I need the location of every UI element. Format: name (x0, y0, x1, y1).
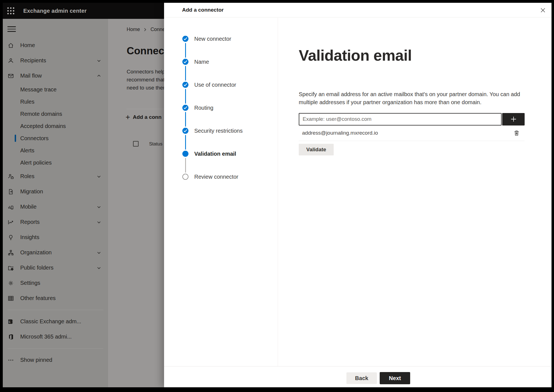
sidebar-item-alert-policies[interactable]: Alert policies (3, 157, 108, 169)
sidebar-item-label: Home (20, 42, 35, 48)
page-title: Connect (127, 45, 168, 57)
sidebar-item-classic-exchange-adm[interactable]: EClassic Exchange adm... (3, 314, 108, 329)
chevron-down-icon (96, 58, 101, 63)
step-connector-line (185, 89, 186, 104)
sidebar-item-remote-domains[interactable]: Remote domains (3, 108, 108, 120)
sidebar-item-connectors[interactable]: Connectors (3, 132, 108, 144)
sidebar-item-recipients[interactable]: Recipients (3, 53, 108, 68)
hamburger-menu-icon[interactable] (7, 25, 19, 33)
mail-icon (7, 73, 14, 79)
sidebar-item-label: Microsoft 365 admi... (20, 334, 72, 340)
page-description-line: need to use ther (127, 84, 165, 92)
wizard-step-use-of-connector[interactable]: Use of connector (182, 82, 278, 105)
step-label: New connector (194, 36, 231, 42)
step-label: Review connector (194, 174, 238, 180)
step-connector-line (185, 135, 186, 150)
wizard-step-validation-email[interactable]: Validation email (182, 151, 278, 174)
add-connector-button[interactable]: + Add a conn (126, 113, 162, 121)
sidebar-item-organization[interactable]: Organization (3, 245, 108, 260)
step-heading: Validation email (299, 48, 552, 64)
step-check-icon (182, 128, 188, 134)
select-all-checkbox[interactable] (133, 141, 139, 147)
close-icon[interactable] (538, 5, 548, 16)
flyout-title: Add a connector (182, 7, 224, 13)
step-check-icon (182, 105, 188, 111)
sidebar-item-label: Organization (20, 249, 52, 256)
mobile-icon (7, 204, 14, 210)
org-tree-icon (7, 249, 14, 256)
sidebar-item-label: Public folders (20, 265, 53, 271)
sidebar-item-label: Migration (20, 188, 43, 195)
wizard-step-content: Validation email Specify an email addres… (278, 18, 552, 366)
add-connector-label: Add a conn (133, 114, 161, 120)
app-launcher-waffle-icon[interactable] (3, 3, 19, 19)
step-label: Routing (194, 105, 213, 111)
sidebar-item-public-folders[interactable]: Public folders (3, 260, 108, 275)
migration-icon (7, 188, 14, 195)
address-list: address@journaling.mxrecord.io (299, 125, 552, 141)
flyout-header: Add a connector (164, 3, 552, 17)
sidebar-item-mail-flow[interactable]: Mail flow (3, 68, 108, 83)
app-title: Exchange admin center (23, 8, 87, 14)
status-column-header[interactable]: Status (149, 141, 162, 147)
sidebar-item-reports[interactable]: Reports (3, 214, 108, 230)
grid-table-icon (7, 295, 14, 302)
sidebar-item-label: Connectors (20, 135, 48, 142)
sidebar-item-home[interactable]: Home (3, 38, 108, 53)
chevron-down-icon (96, 174, 101, 179)
add-connector-flyout: Add a connector New connectorNameUse of … (164, 3, 552, 387)
sidebar-item-message-trace[interactable]: Message trace (3, 83, 108, 96)
sidebar-item-mobile[interactable]: Mobile (3, 199, 108, 214)
step-circle-icon (182, 174, 188, 180)
sidebar-item-accepted-domains[interactable]: Accepted domains (3, 120, 108, 132)
step-label: Security restrictions (194, 128, 243, 134)
step-check-icon (182, 82, 188, 88)
validation-email-input[interactable] (299, 113, 502, 125)
wizard-step-new-connector[interactable]: New connector (182, 36, 278, 59)
sidebar-item-label: Rules (20, 99, 34, 105)
wizard-step-review-connector[interactable]: Review connector (182, 174, 278, 197)
sidebar-item-microsoft-365-admi[interactable]: Microsoft 365 admi... (3, 329, 108, 344)
plus-icon: + (126, 113, 130, 121)
breadcrumb-home-link[interactable]: Home (127, 27, 140, 32)
sidebar-item-alerts[interactable]: Alerts (3, 144, 108, 157)
delete-address-trash-icon[interactable] (512, 129, 521, 137)
breadcrumb-current: Conne (150, 27, 165, 32)
validate-button[interactable]: Validate (299, 144, 334, 155)
sidebar-item-label: Recipients (20, 57, 46, 64)
wizard-step-security-restrictions[interactable]: Security restrictions (182, 128, 278, 151)
sidebar-item-label: Show pinned (20, 357, 52, 363)
next-button[interactable]: Next (380, 372, 410, 384)
screenshot-frame: Exchange admin center HomeRecipientsMail… (0, 0, 554, 392)
wizard-step-name[interactable]: Name (182, 59, 278, 82)
sidebar-item-label: Reports (20, 219, 40, 225)
chevron-down-icon (96, 265, 101, 270)
sidebar-item-roles[interactable]: Roles (3, 169, 108, 184)
email-entry-row (299, 113, 525, 125)
lightbulb-icon (7, 234, 14, 241)
sidebar-item-show-pinned[interactable]: Show pinned (3, 352, 108, 368)
step-label: Name (194, 59, 209, 65)
person-briefcase-icon (7, 173, 14, 180)
back-button[interactable]: Back (346, 372, 377, 384)
step-description: Specify an email address for an active m… (299, 90, 552, 106)
chevron-down-icon (96, 250, 101, 255)
wizard-step-routing[interactable]: Routing (182, 105, 278, 128)
sidebar-item-label: Remote domains (20, 111, 62, 117)
add-email-button[interactable] (502, 113, 525, 125)
sidebar-item-label: Classic Exchange adm... (20, 318, 81, 325)
exchange-admin-app: Exchange admin center HomeRecipientsMail… (3, 3, 552, 387)
sidebar-item-label: Other features (20, 295, 56, 301)
sidebar-item-other-features[interactable]: Other features (3, 291, 108, 306)
step-description-line: multiple addresses if your partner organ… (299, 98, 552, 106)
chart-icon (7, 219, 14, 226)
page-description: Connectors help recommend that need to u… (127, 68, 165, 92)
sidebar-item-insights[interactable]: Insights (3, 230, 108, 245)
sidebar-item-settings[interactable]: Settings (3, 275, 108, 291)
sidebar-item-migration[interactable]: Migration (3, 184, 108, 199)
sidebar-item-label: Mail flow (20, 73, 42, 79)
step-description-line: Specify an email address for an active m… (299, 90, 552, 98)
sidebar-divider (7, 348, 103, 349)
sidebar-item-rules[interactable]: Rules (3, 96, 108, 108)
sidebar-item-label: Insights (20, 234, 39, 240)
